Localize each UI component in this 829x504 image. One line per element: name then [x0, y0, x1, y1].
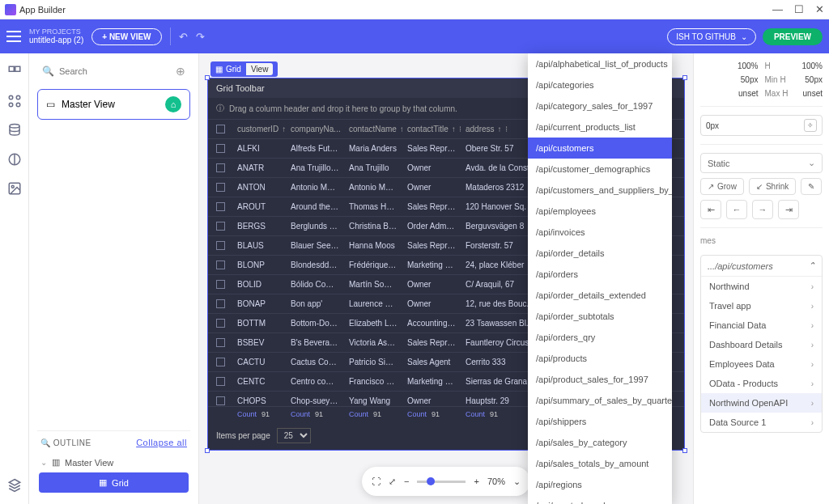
column-header[interactable]: customerID↑⁝ [232, 120, 286, 138]
resize-handle[interactable] [205, 448, 210, 453]
dropdown-option[interactable]: /api/orders [528, 264, 672, 285]
data-source-header[interactable]: .../api/customers ⌃ [701, 256, 822, 277]
zoom-slider[interactable] [417, 481, 466, 483]
icon-rail [0, 53, 29, 504]
add-view-icon[interactable]: ⊕ [176, 65, 185, 78]
bounds-icon[interactable]: ✧ [804, 119, 817, 132]
dropdown-option[interactable]: /api/quarterly_orders [528, 495, 672, 504]
row-checkbox[interactable] [216, 260, 225, 269]
dropdown-option[interactable]: /api/order_details [528, 243, 672, 264]
row-checkbox[interactable] [216, 299, 225, 308]
align-right-button[interactable]: → [752, 200, 773, 219]
zoom-in-button[interactable]: + [474, 476, 478, 486]
window-maximize-icon[interactable]: ☐ [794, 3, 804, 15]
components-icon[interactable] [7, 94, 22, 108]
actual-size-icon[interactable]: ⤢ [389, 476, 396, 487]
chevron-right-icon: › [811, 360, 814, 369]
resize-handle[interactable] [682, 448, 687, 453]
align-left-button[interactable]: ← [726, 200, 747, 219]
dropdown-option[interactable]: /api/category_sales_for_1997 [528, 95, 672, 116]
row-checkbox[interactable] [216, 241, 225, 250]
redo-icon[interactable]: ↷ [196, 31, 205, 43]
column-header[interactable]: contactName↑⁝ [344, 120, 402, 138]
column-header[interactable]: contactTitle↑⁝ [402, 120, 461, 138]
undo-icon[interactable]: ↶ [179, 31, 188, 43]
tree-node-master[interactable]: ⌄ ▥ Master View [39, 454, 189, 471]
view-card-master[interactable]: ▭ Master View ⌂ [37, 89, 190, 120]
resize-handle[interactable] [205, 75, 210, 80]
data-source-item[interactable]: Employees Data› [701, 354, 822, 374]
dropdown-option[interactable]: /api/regions [528, 474, 672, 495]
dropdown-option[interactable]: /api/invoices [528, 222, 672, 243]
row-checkbox[interactable] [216, 183, 225, 192]
grid-icon: ▦ [215, 65, 223, 74]
align-end-button[interactable]: ⇥ [778, 200, 799, 219]
window-close-icon[interactable]: ✕ [815, 3, 824, 15]
data-source-item[interactable]: Northwind OpenAPI› [701, 393, 822, 413]
search-input[interactable] [59, 66, 171, 76]
dropdown-option[interactable]: /api/shippers [528, 411, 672, 432]
dropdown-option[interactable]: /api/order_details_extended [528, 285, 672, 306]
page-icon: ▭ [46, 99, 55, 110]
checkbox-all[interactable] [216, 125, 225, 133]
row-checkbox[interactable] [216, 222, 225, 231]
data-source-item[interactable]: Data Source 1› [701, 413, 822, 432]
dropdown-option[interactable]: /api/customers_and_suppliers_by_city [528, 180, 672, 201]
row-checkbox[interactable] [216, 319, 225, 328]
resize-handle[interactable] [682, 75, 687, 80]
data-source-item[interactable]: OData - Products› [701, 374, 822, 393]
row-checkbox[interactable] [216, 163, 225, 172]
dropdown-option[interactable]: /api/product_sales_for_1997 [528, 369, 672, 390]
row-checkbox[interactable] [216, 280, 225, 289]
bound-box[interactable]: 0px ✧ [700, 115, 823, 136]
preview-button[interactable]: PREVIEW [763, 28, 823, 45]
dropdown-option[interactable]: /api/sales_totals_by_amount [528, 453, 672, 474]
edit-button[interactable]: ✎ [801, 178, 822, 195]
page-size-select[interactable]: 25 [277, 428, 311, 443]
dropdown-option[interactable]: /api/current_products_list [528, 116, 672, 138]
dropdown-option[interactable]: /api/sales_by_category [528, 432, 672, 453]
row-checkbox[interactable] [216, 377, 225, 386]
position-select[interactable]: Static ⌄ [700, 153, 823, 173]
menu-button[interactable] [6, 31, 21, 42]
column-header[interactable]: companyNa...↑⁝ [286, 120, 344, 138]
row-checkbox[interactable] [216, 338, 225, 347]
row-checkbox[interactable] [216, 202, 225, 211]
left-panel: 🔍 ⊕ ▭ Master View ⌂ 🔍 OUTLINE Collapse a… [29, 53, 199, 504]
fit-screen-icon[interactable]: ⛶ [372, 476, 380, 486]
selection-label[interactable]: ▦ Grid View [210, 61, 278, 77]
data-source-item[interactable]: Northwind› [701, 277, 822, 296]
align-start-button[interactable]: ⇤ [700, 200, 721, 219]
grow-button[interactable]: ↗Grow [700, 178, 744, 195]
views-icon[interactable] [7, 65, 22, 79]
data-source-item[interactable]: Dashboard Details› [701, 335, 822, 354]
data-source-item[interactable]: Travel app› [701, 296, 822, 316]
project-name[interactable]: untitled-app (2) [29, 36, 83, 45]
data-icon[interactable] [7, 123, 22, 138]
dropdown-option[interactable]: /api/categories [528, 74, 672, 95]
theme-icon[interactable] [7, 152, 22, 167]
row-checkbox[interactable] [216, 358, 225, 366]
layers-icon[interactable] [7, 478, 22, 493]
dropdown-option[interactable]: /api/order_subtotals [528, 306, 672, 327]
assets-icon[interactable] [7, 181, 22, 196]
publish-button[interactable]: ISH TO GITHUB ⌄ [667, 28, 756, 45]
window-minimize-icon[interactable]: — [772, 3, 783, 15]
dropdown-option[interactable]: /api/customers [528, 138, 672, 159]
data-source-item[interactable]: Financial Data› [701, 316, 822, 335]
new-view-button[interactable]: + NEW VIEW [91, 28, 161, 45]
row-checkbox[interactable] [216, 396, 225, 405]
zoom-out-button[interactable]: − [404, 476, 409, 486]
dropdown-option[interactable]: /api/employees [528, 201, 672, 222]
shrink-button[interactable]: ↙Shrink [749, 178, 796, 195]
row-checkbox[interactable] [216, 144, 225, 153]
dropdown-option[interactable]: /api/products [528, 348, 672, 369]
dropdown-option[interactable]: /api/orders_qry [528, 327, 672, 348]
tree-node-grid[interactable]: ▦ Grid [39, 472, 189, 493]
chevron-down-icon[interactable]: ⌄ [513, 476, 521, 487]
dropdown-option[interactable]: /api/alphabetical_list_of_products [528, 53, 672, 74]
dropdown-option[interactable]: /api/summary_of_sales_by_quarter [528, 390, 672, 411]
dropdown-option[interactable]: /api/customer_demographics [528, 159, 672, 180]
breadcrumb[interactable]: MY PROJECTS [29, 28, 83, 36]
collapse-all-link[interactable]: Collapse all [136, 438, 187, 447]
